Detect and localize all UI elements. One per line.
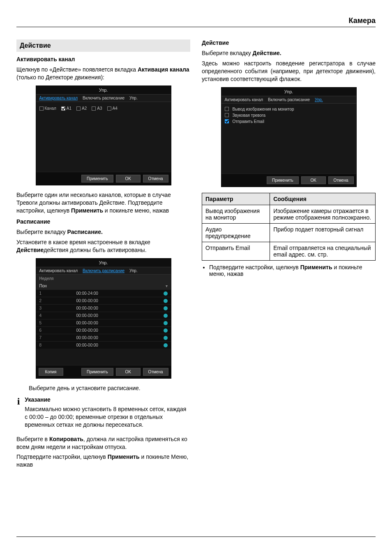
tab-activate-channel[interactable]: Активировать канал — [39, 268, 78, 273]
list-item: Подтвердите настройки, щелкнув Применить… — [209, 264, 376, 277]
settings-icon[interactable] — [164, 321, 168, 325]
heading-activate-channel: Активировать канал — [16, 56, 190, 62]
checkbox-a4[interactable] — [107, 106, 111, 111]
page-header: Камера — [16, 16, 376, 27]
tab-control[interactable]: Упр. — [129, 268, 138, 273]
tab-enable-schedule[interactable]: Включить расписание — [83, 96, 125, 100]
settings-icon[interactable] — [164, 291, 168, 296]
note-body: Максимально можно установить 8 временных… — [25, 405, 190, 429]
panel-title: Упр. — [221, 88, 356, 96]
activate-after-text: Выберите один или несколько каналов, кот… — [16, 191, 190, 215]
copy-button[interactable]: Копия — [39, 368, 63, 376]
schedule-row[interactable]: 600:00-00:00 — [36, 326, 171, 334]
page-title: Камера — [348, 16, 376, 25]
tab-enable-schedule[interactable]: Включить расписание — [83, 268, 125, 273]
cancel-button[interactable]: Отмена — [143, 175, 168, 183]
info-icon: i — [16, 396, 21, 431]
panel-activate-channel: Упр. Активировать канал Включить расписа… — [36, 86, 171, 185]
apply-button[interactable]: Применить — [81, 368, 113, 376]
tab-activate-channel[interactable]: Активировать канал — [225, 97, 263, 102]
settings-icon[interactable] — [164, 328, 168, 333]
channel-row: Канал A1 A2 A3 A4 — [39, 104, 168, 112]
checkbox-fullscreen[interactable] — [225, 107, 229, 111]
tab-activate-channel[interactable]: Активировать канал — [39, 96, 78, 100]
copy-text: Выберите в Копировать, должна ли настрой… — [16, 435, 190, 451]
day-select[interactable]: Пон ▾ — [36, 282, 171, 289]
activate-text: Щелкнув по «Действие» появляется вкладка… — [16, 66, 190, 81]
note-block: i Указание Максимально можно установить … — [16, 396, 190, 431]
tab-control[interactable]: Упр. — [129, 96, 138, 100]
schedule-row[interactable]: 400:00-00:00 — [36, 312, 171, 319]
section-heading-action: Действие — [16, 39, 190, 52]
checkbox-a3[interactable] — [92, 106, 96, 111]
confirm-text: Подтвердите настройки, щелкнув Применить… — [16, 453, 190, 469]
apply-button[interactable]: Применить — [81, 175, 113, 183]
tab-control[interactable]: Упр. — [315, 97, 323, 102]
settings-icon[interactable] — [164, 314, 168, 318]
ok-button[interactable]: OK — [116, 368, 141, 376]
cancel-button[interactable]: Отмена — [143, 368, 168, 376]
checkbox-a1[interactable] — [61, 106, 65, 111]
table-header-message: Сообщения — [270, 193, 376, 205]
ok-button[interactable]: OK — [301, 176, 326, 184]
checkbox-a2[interactable] — [76, 106, 81, 111]
panel-title: Упр. — [36, 259, 171, 267]
settings-icon[interactable] — [164, 299, 168, 303]
panel-title: Упр. — [36, 86, 171, 94]
schedule-hint: Выберите день и установите расписание. — [29, 384, 190, 392]
page-footer-rule — [16, 536, 376, 537]
note-title: Указание — [25, 396, 190, 403]
heading-schedule: Расписание — [16, 218, 190, 225]
schedule-row[interactable]: 300:00-00:00 — [36, 304, 171, 312]
settings-icon[interactable] — [164, 336, 168, 340]
chevron-down-icon: ▾ — [166, 284, 168, 288]
schedule-row[interactable]: 700:00-00:00 — [36, 334, 171, 341]
heading-action: Действие — [202, 39, 376, 46]
schedule-row[interactable]: 100:00-24:00 — [36, 289, 171, 297]
checkbox-audio-alarm[interactable] — [225, 113, 229, 117]
panel-action: Упр. Активировать канал Включить расписа… — [221, 87, 357, 187]
schedule-row[interactable]: 200:00-00:00 — [36, 297, 171, 304]
settings-icon[interactable] — [164, 306, 168, 310]
table-row: Отправить Email Email отправляется на сп… — [202, 242, 376, 260]
schedule-text-1: Выберите вкладку Расписание. — [16, 228, 190, 236]
schedule-list: 100:00-24:00 200:00-00:00 300:00-00:00 4… — [36, 289, 171, 349]
table-row: Аудио предупреждение Прибор подает повто… — [202, 223, 376, 242]
checkbox-send-email[interactable] — [225, 119, 229, 123]
actions-table: Параметр Сообщения Вывод изображения на … — [202, 193, 376, 261]
action-text-1: Выберите вкладку Действие. — [202, 49, 376, 57]
checkbox-channel[interactable] — [39, 106, 44, 111]
ok-button[interactable]: OK — [116, 175, 141, 183]
table-header-param: Параметр — [202, 193, 270, 205]
schedule-row[interactable]: 500:00-00:00 — [36, 319, 171, 326]
bullet-list: Подтвердите настройки, щелкнув Применить… — [209, 264, 376, 277]
action-text-2: Здесь можно настроить поведение регистра… — [202, 60, 376, 83]
cancel-button[interactable]: Отмена — [328, 176, 354, 184]
schedule-header: Неделя — [36, 275, 171, 282]
schedule-text-2: Установите в какое время настроенные в в… — [16, 238, 190, 254]
schedule-row[interactable]: 800:00-00:00 — [36, 341, 171, 349]
tab-enable-schedule[interactable]: Включить расписание — [268, 97, 310, 102]
settings-icon[interactable] — [164, 343, 168, 347]
apply-button[interactable]: Применить — [267, 176, 299, 184]
table-row: Вывод изображения на монитор Изображение… — [202, 205, 376, 223]
panel-schedule: Упр. Активировать канал Включить расписа… — [36, 258, 171, 379]
